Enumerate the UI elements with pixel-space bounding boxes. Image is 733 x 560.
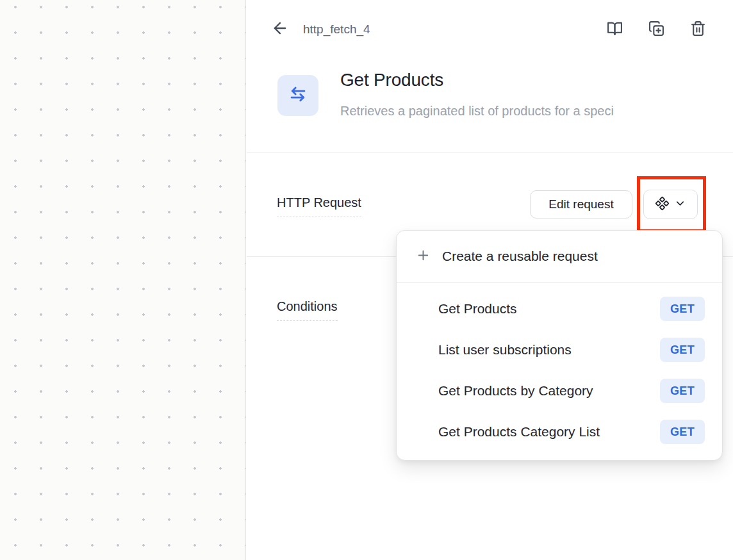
request-name: Get Products bbox=[438, 301, 660, 317]
list-item[interactable]: Get Products GET bbox=[397, 288, 722, 329]
chevron-down-icon bbox=[674, 197, 686, 211]
section-divider bbox=[247, 152, 733, 153]
docs-button[interactable] bbox=[607, 21, 623, 37]
copy-plus-icon bbox=[648, 21, 664, 38]
conditions-label: Conditions bbox=[277, 299, 338, 321]
plus-icon bbox=[416, 248, 431, 265]
node-type-icon-badge bbox=[277, 75, 318, 116]
header-actions bbox=[607, 21, 706, 37]
reusable-request-dropdown-menu: Create a reusable request Get Products G… bbox=[396, 230, 723, 461]
list-item[interactable]: Get Products by Category GET bbox=[397, 370, 722, 411]
node-detail-panel: http_fetch_4 Get Products Retrieves a pa… bbox=[247, 0, 733, 560]
saved-requests-list: Get Products GET List user subscriptions… bbox=[397, 283, 722, 460]
request-name: Get Products by Category bbox=[438, 383, 660, 399]
method-badge: GET bbox=[660, 420, 705, 444]
node-id-title: http_fetch_4 bbox=[303, 22, 370, 37]
node-description: Retrieves a paginated list of products f… bbox=[340, 104, 733, 119]
node-title: Get Products bbox=[340, 70, 443, 90]
reusable-request-dropdown-button[interactable] bbox=[643, 190, 698, 219]
create-reusable-request-label: Create a reusable request bbox=[442, 249, 598, 264]
arrow-left-icon bbox=[271, 19, 289, 39]
duplicate-button[interactable] bbox=[648, 21, 664, 37]
create-reusable-request-item[interactable]: Create a reusable request bbox=[397, 231, 722, 283]
method-badge: GET bbox=[660, 338, 705, 362]
method-badge: GET bbox=[660, 297, 705, 321]
workflow-canvas[interactable] bbox=[0, 0, 246, 560]
back-button[interactable] bbox=[271, 20, 289, 38]
trash-icon bbox=[690, 21, 706, 38]
http-request-label: HTTP Request bbox=[277, 195, 361, 217]
component-diamonds-icon bbox=[655, 196, 670, 213]
delete-button[interactable] bbox=[690, 21, 706, 37]
edit-request-button[interactable]: Edit request bbox=[530, 190, 632, 218]
request-name: List user subscriptions bbox=[438, 342, 660, 358]
method-badge: GET bbox=[660, 379, 705, 403]
list-item[interactable]: List user subscriptions GET bbox=[397, 329, 722, 370]
request-name: Get Products Category List bbox=[438, 424, 660, 440]
book-open-icon bbox=[607, 21, 623, 38]
list-item[interactable]: Get Products Category List GET bbox=[397, 411, 722, 452]
transfer-arrows-icon bbox=[288, 85, 308, 106]
